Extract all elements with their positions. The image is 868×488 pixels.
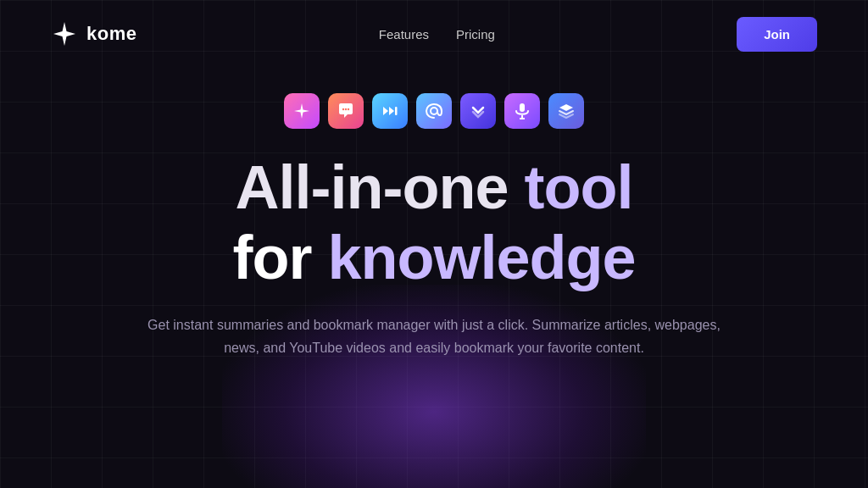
headline-word-tool: tool: [524, 153, 632, 221]
join-button[interactable]: Join: [737, 17, 817, 52]
navbar: kome Features Pricing Join: [0, 0, 868, 68]
headline-word-knowledge: knowledge: [327, 224, 635, 291]
nav-pricing[interactable]: Pricing: [456, 27, 495, 42]
logo[interactable]: kome: [51, 20, 136, 47]
app-icon-layers: [548, 93, 584, 129]
nav-links: Features Pricing: [379, 27, 495, 42]
app-icon-chat: [328, 93, 364, 129]
svg-point-4: [431, 108, 437, 114]
logo-text: kome: [86, 23, 136, 45]
logo-icon: [51, 20, 78, 47]
app-icon-mic: [504, 93, 540, 129]
nav-features[interactable]: Features: [379, 27, 429, 42]
app-icon-sparkle: [284, 93, 320, 129]
hero-headline: All-in-one tool for knowledge: [232, 152, 635, 293]
app-icon-down: [460, 93, 496, 129]
app-icons-row: [284, 93, 584, 129]
svg-point-0: [342, 108, 344, 110]
hero-section: All-in-one tool for knowledge Get instan…: [0, 68, 868, 359]
svg-rect-5: [520, 103, 525, 112]
svg-point-2: [348, 108, 349, 110]
app-icon-forward: [372, 93, 408, 129]
headline-line-1: All-in-one tool: [232, 152, 635, 223]
headline-line-2: for knowledge: [232, 223, 635, 293]
svg-point-1: [345, 108, 347, 110]
svg-rect-3: [395, 107, 398, 115]
app-icon-at: [416, 93, 452, 129]
hero-subtext: Get instant summaries and bookmark manag…: [146, 313, 722, 359]
